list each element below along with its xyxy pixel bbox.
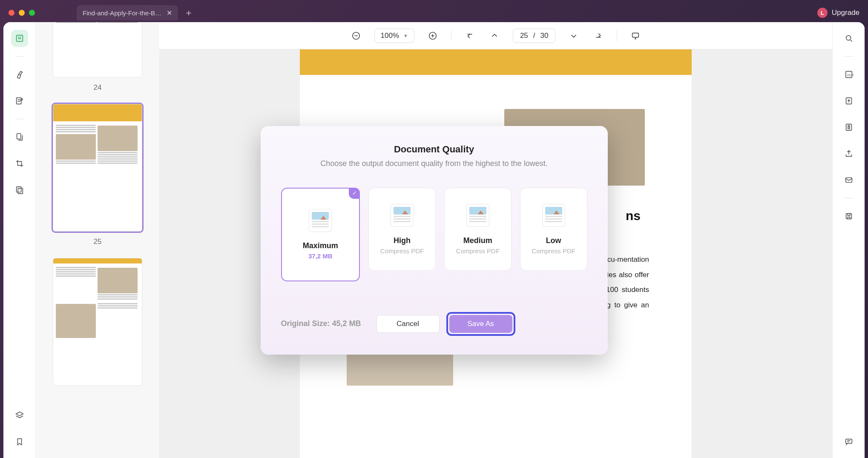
titlebar: Find-and-Apply-For-the-B… ✕ ＋ L Upgrade — [3, 3, 865, 22]
option-thumbnail — [466, 204, 489, 227]
option-title: Maximum — [303, 241, 338, 250]
option-thumbnail — [391, 204, 414, 227]
quality-option-medium[interactable]: ✓ Medium Compress PDF — [444, 188, 512, 271]
quality-options: ✓ Maximum 37,2 MB ✓ High Compress PDF ✓ — [281, 188, 587, 281]
option-title: Low — [546, 236, 561, 245]
option-subtitle: Compress PDF — [532, 247, 575, 255]
close-window-button[interactable] — [9, 10, 14, 16]
save-as-button[interactable]: Save As — [449, 315, 512, 333]
quality-option-low[interactable]: ✓ Low Compress PDF — [520, 188, 587, 271]
modal-overlay: Document Quality Choose the output docum… — [3, 22, 865, 458]
option-subtitle: Compress PDF — [380, 247, 424, 255]
document-quality-dialog: Document Quality Choose the output docum… — [261, 126, 608, 355]
save-as-highlight: Save As — [446, 312, 515, 336]
dialog-subtitle: Choose the output document quality from … — [281, 159, 587, 168]
tab-title: Find-and-Apply-For-the-B… — [83, 9, 161, 17]
option-thumbnail — [542, 204, 565, 227]
option-subtitle: 37,2 MB — [308, 252, 333, 260]
content-area: 24 25 — [3, 22, 865, 458]
app-window: Find-and-Apply-For-the-B… ✕ ＋ L Upgrade — [3, 3, 865, 458]
traffic-lights — [9, 10, 35, 16]
option-thumbnail — [309, 209, 332, 232]
minimize-window-button[interactable] — [19, 10, 25, 16]
quality-option-high[interactable]: ✓ High Compress PDF — [368, 188, 436, 271]
new-tab-button[interactable]: ＋ — [181, 6, 196, 20]
option-title: Medium — [463, 236, 492, 245]
close-tab-icon[interactable]: ✕ — [167, 9, 172, 17]
check-icon: ✓ — [349, 188, 360, 199]
avatar[interactable]: L — [817, 8, 828, 18]
upgrade-button[interactable]: Upgrade — [832, 9, 859, 17]
option-title: High — [394, 236, 411, 245]
option-subtitle: Compress PDF — [456, 247, 500, 255]
maximize-window-button[interactable] — [29, 10, 35, 16]
titlebar-right: L Upgrade — [817, 8, 859, 18]
quality-option-maximum[interactable]: ✓ Maximum 37,2 MB — [281, 188, 360, 281]
original-size-label: Original Size: 45,2 MB — [281, 319, 361, 328]
dialog-footer: Original Size: 45,2 MB Cancel Save As — [281, 312, 587, 336]
tab-document[interactable]: Find-and-Apply-For-the-B… ✕ — [77, 5, 178, 20]
cancel-button[interactable]: Cancel — [377, 315, 440, 333]
dialog-title: Document Quality — [281, 144, 587, 155]
